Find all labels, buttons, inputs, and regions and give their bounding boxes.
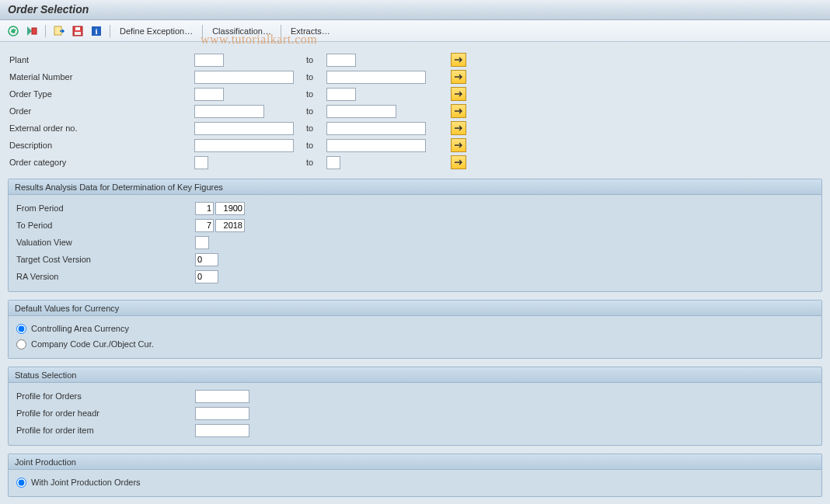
label-external-order-no: External order no. [8,123,194,133]
svg-marker-1 [27,26,32,36]
page-title: Order Selection [8,3,822,16]
label-profile-item: Profile for order item [16,426,195,435]
from-period-month-input[interactable] [195,202,214,215]
with-joint-production-label: With Joint Production Orders [31,478,141,487]
results-analysis-header: Results Analysis Data for Determination … [9,179,821,195]
multiple-selection-button[interactable] [451,70,466,84]
company-code-radio[interactable] [16,339,26,349]
plant-from-input[interactable] [194,54,224,67]
row-profile-item: Profile for order item [16,422,814,439]
target-cost-input[interactable] [195,253,218,266]
row-description: Description to [8,137,822,154]
svg-rect-5 [75,27,80,30]
get-variant-icon[interactable] [52,24,66,38]
multiple-selection-button[interactable] [451,121,466,135]
multiple-selection-button[interactable] [451,87,466,101]
label-description: Description [8,141,194,150]
to-period-month-input[interactable] [195,219,214,232]
application-toolbar: i Define Exception… Classification… Extr… [0,20,830,42]
row-plant: Plant to [8,51,822,68]
radio-with-joint-production[interactable]: With Joint Production Orders [16,474,814,490]
row-profile-headr: Profile for order headr [16,405,814,422]
label-to-period: To Period [16,221,195,230]
row-order-category: Order category to [8,154,822,171]
row-order: Order to [8,103,822,120]
label-profile-headr: Profile for order headr [16,408,195,418]
currency-header: Default Values for Currency [9,301,821,316]
label-valuation-view: Valuation View [16,238,195,247]
toolbar-separator [202,25,203,37]
label-plant: Plant [8,55,194,64]
with-joint-production-radio[interactable] [16,478,26,488]
info-icon[interactable]: i [89,24,103,38]
row-order-type: Order Type to [8,85,822,103]
order-category-from-input[interactable] [194,156,208,169]
status-selection-group: Status Selection Profile for Orders Prof… [8,367,822,446]
to-label: to [302,55,326,64]
currency-group: Default Values for Currency Controlling … [8,300,822,359]
to-label: to [302,106,326,116]
content-area: Plant to Material Number to Order Type t… [0,42,830,504]
status-selection-header: Status Selection [9,367,821,383]
profile-headr-input[interactable] [195,407,249,420]
row-target-cost-version: Target Cost Version [16,251,814,268]
valuation-view-input[interactable] [195,236,209,249]
plant-to-input[interactable] [326,54,356,67]
radio-company-code[interactable]: Company Code Cur./Object Cur. [16,336,814,352]
label-order-category: Order category [8,158,194,167]
define-exception-button[interactable]: Define Exception… [117,26,196,36]
joint-production-header: Joint Production [9,454,821,470]
row-from-period: From Period [16,200,814,217]
order-category-to-input[interactable] [326,156,340,169]
to-label: to [302,89,326,99]
multiple-selection-button[interactable] [451,104,466,118]
to-period-year-input[interactable] [215,219,245,232]
execute-print-icon[interactable] [25,24,39,38]
row-to-period: To Period [16,217,814,234]
results-analysis-group: Results Analysis Data for Determination … [8,179,822,292]
ext-order-from-input[interactable] [194,122,294,135]
from-period-year-input[interactable] [215,202,245,215]
order-type-to-input[interactable] [326,88,356,101]
multiple-selection-button[interactable] [451,53,466,67]
toolbar-separator [110,25,110,37]
label-order: Order [8,106,194,116]
material-to-input[interactable] [326,71,426,84]
classification-button[interactable]: Classification… [209,26,274,36]
company-code-label: Company Code Cur./Object Cur. [31,339,154,349]
title-bar: Order Selection [0,0,830,20]
material-from-input[interactable] [194,71,294,84]
to-label: to [302,158,326,167]
label-order-type: Order Type [8,89,194,99]
label-from-period: From Period [16,203,195,213]
label-material-number: Material Number [8,72,194,82]
joint-production-group: Joint Production With Joint Production O… [8,454,822,497]
label-ra-version: RA Version [16,272,195,281]
ext-order-to-input[interactable] [326,122,426,135]
profile-orders-input[interactable] [195,390,249,403]
to-label: to [302,72,326,82]
controlling-area-radio[interactable] [16,324,26,334]
row-ra-version: RA Version [16,268,814,285]
ra-version-input[interactable] [195,270,218,283]
radio-controlling-area[interactable]: Controlling Area Currency [16,321,814,336]
label-profile-orders: Profile for Orders [16,391,195,401]
multiple-selection-button[interactable] [451,155,466,169]
description-from-input[interactable] [194,139,294,152]
save-icon[interactable] [71,24,85,38]
execute-icon[interactable] [6,24,20,38]
profile-item-input[interactable] [195,424,249,437]
multiple-selection-button[interactable] [451,138,466,152]
selection-criteria: Plant to Material Number to Order Type t… [8,51,822,171]
controlling-area-label: Controlling Area Currency [31,324,129,333]
description-to-input[interactable] [326,139,426,152]
order-from-input[interactable] [194,105,264,118]
extracts-button[interactable]: Extracts… [288,26,333,36]
row-profile-orders: Profile for Orders [16,388,814,405]
row-material-number: Material Number to [8,68,822,85]
label-target-cost-version: Target Cost Version [16,255,195,264]
toolbar-separator [281,25,281,37]
order-to-input[interactable] [326,105,396,118]
row-external-order-no: External order no. to [8,120,822,137]
order-type-from-input[interactable] [194,88,224,101]
